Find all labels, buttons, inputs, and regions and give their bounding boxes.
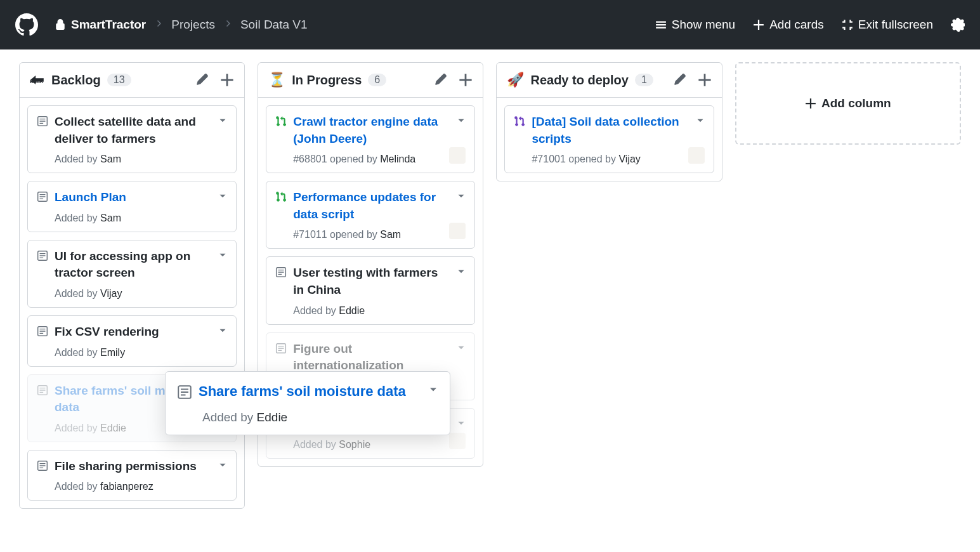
note-icon (177, 384, 192, 400)
assignee-swatch (449, 223, 466, 239)
note-icon (37, 384, 48, 396)
card[interactable]: Crawl tractor engine data (John Deere)#6… (266, 105, 475, 173)
pr-icon (275, 115, 287, 127)
github-logo-icon[interactable] (15, 13, 38, 36)
chevron-down-icon[interactable] (217, 459, 228, 471)
header-right: Show menu Add cards Exit fullscreen (655, 18, 965, 32)
column-title: Backlog (51, 73, 101, 88)
chevron-down-icon[interactable] (217, 249, 228, 261)
card-meta: Added by Sam (37, 213, 227, 224)
chevron-down-icon[interactable] (455, 115, 467, 126)
note-icon (275, 343, 287, 354)
show-menu-button[interactable]: Show menu (655, 18, 735, 32)
card-title: User testing with farmers in China (293, 265, 466, 298)
card-title: Share farms' soil moisture data (199, 382, 422, 402)
pr-icon (275, 191, 287, 202)
card[interactable]: Collect satellite data and deliver to fa… (27, 105, 237, 173)
dragging-card[interactable]: Share farms' soil moisture data Added by… (165, 371, 450, 435)
card[interactable]: UI for accessing app on tractor screenAd… (27, 240, 237, 308)
chevron-down-icon[interactable] (217, 190, 228, 202)
add-column-label: Add column (821, 96, 891, 110)
chevron-right-icon (154, 18, 164, 32)
breadcrumb-project-name[interactable]: Soil Data V1 (240, 18, 308, 32)
card[interactable]: [Data] Soil data collection scripts#7100… (504, 105, 714, 173)
card-title: [Data] Soil data collection scripts (532, 114, 704, 147)
pr-icon (514, 115, 525, 127)
chevron-down-icon[interactable] (455, 342, 467, 353)
add-cards-button[interactable]: Add cards (753, 18, 824, 32)
exit-fullscreen-icon (842, 19, 853, 30)
card-meta: #68801 opened by Melinda (275, 154, 466, 165)
card-meta: Added by Emily (37, 347, 227, 358)
card-title: UI for accessing app on tractor screen (55, 248, 227, 282)
column-ready-to-deploy: 🚀Ready to deploy1[Data] Soil data collec… (496, 62, 722, 181)
note-icon (37, 115, 48, 127)
assignee-swatch (449, 147, 466, 164)
card[interactable]: Fix CSV renderingAdded by Emily (27, 315, 237, 367)
app-header: SmartTractor Projects Soil Data V1 Show … (0, 0, 980, 49)
chevron-down-icon[interactable] (427, 383, 440, 396)
note-icon (37, 460, 48, 471)
column-header: BACKBacklog13 (20, 63, 244, 98)
plus-icon[interactable] (220, 73, 234, 87)
card-title: Fix CSV rendering (55, 324, 176, 341)
card[interactable]: Launch PlanAdded by Sam (27, 181, 237, 232)
card-meta: Added by Sam (37, 154, 227, 165)
chevron-down-icon[interactable] (217, 115, 228, 126)
column-emoji-icon: ⏳ (268, 72, 285, 88)
plus-icon (753, 19, 764, 30)
plus-icon[interactable] (459, 73, 473, 87)
column-header: ⏳In Progress6 (258, 63, 483, 98)
chevron-down-icon[interactable] (695, 115, 706, 126)
card-title: Performance updates for data script (293, 189, 466, 223)
gear-icon[interactable] (951, 18, 965, 32)
card-meta: #71001 opened by Vijay (514, 154, 704, 165)
project-board: BACKBacklog13Collect satellite data and … (0, 49, 980, 522)
chevron-down-icon[interactable] (455, 190, 467, 202)
header-left: SmartTractor Projects Soil Data V1 (15, 13, 308, 36)
column-count-badge: 1 (635, 74, 653, 86)
column-count-badge: 6 (368, 74, 386, 86)
breadcrumb-projects[interactable]: Projects (171, 18, 215, 32)
breadcrumb: SmartTractor Projects Soil Data V1 (48, 18, 308, 32)
pencil-icon[interactable] (196, 73, 209, 87)
breadcrumb-repo[interactable]: SmartTractor (55, 18, 146, 32)
card-title: File sharing permissions (55, 458, 213, 475)
card[interactable]: File sharing permissionsAdded by fabianp… (27, 450, 237, 501)
column-title: Ready to deploy (530, 73, 628, 88)
card-title: Crawl tractor engine data (John Deere) (293, 114, 466, 147)
column-count-badge: 13 (107, 74, 131, 86)
column-emoji-icon: 🚀 (507, 72, 524, 88)
chevron-down-icon[interactable] (455, 266, 467, 277)
column-emoji-icon: BACK (30, 72, 45, 88)
card[interactable]: Performance updates for data script#7101… (266, 181, 475, 249)
card-meta: Added by Eddie (275, 305, 466, 317)
menu-icon (655, 19, 667, 30)
plus-icon (805, 98, 816, 109)
note-icon (275, 266, 287, 278)
column-body: Collect satellite data and deliver to fa… (20, 98, 244, 508)
column-backlog: BACKBacklog13Collect satellite data and … (19, 62, 245, 509)
plus-icon[interactable] (698, 73, 712, 87)
add-column-button[interactable]: Add column (735, 62, 961, 145)
assignee-swatch (688, 147, 705, 164)
add-cards-label: Add cards (769, 18, 824, 32)
chevron-down-icon[interactable] (217, 325, 228, 336)
card-title: Collect satellite data and deliver to fa… (55, 114, 227, 147)
chevron-down-icon[interactable] (455, 417, 467, 429)
exit-fullscreen-button[interactable]: Exit fullscreen (842, 18, 933, 32)
pencil-icon[interactable] (434, 73, 447, 87)
card-title: Figure out internationalization (293, 341, 466, 374)
exit-fullscreen-label: Exit fullscreen (858, 18, 933, 32)
column-header: 🚀Ready to deploy1 (497, 63, 721, 98)
show-menu-label: Show menu (672, 18, 735, 32)
card-meta: Added by Sophie (275, 439, 466, 450)
note-icon (37, 325, 48, 337)
pencil-icon[interactable] (674, 73, 686, 87)
card-meta: Added by Vijay (37, 288, 227, 299)
card-meta: Added by Eddie (177, 411, 438, 424)
chevron-right-icon (223, 18, 233, 32)
lock-icon (55, 19, 66, 30)
card-title: Launch Plan (55, 189, 143, 206)
card[interactable]: User testing with farmers in ChinaAdded … (266, 256, 475, 324)
